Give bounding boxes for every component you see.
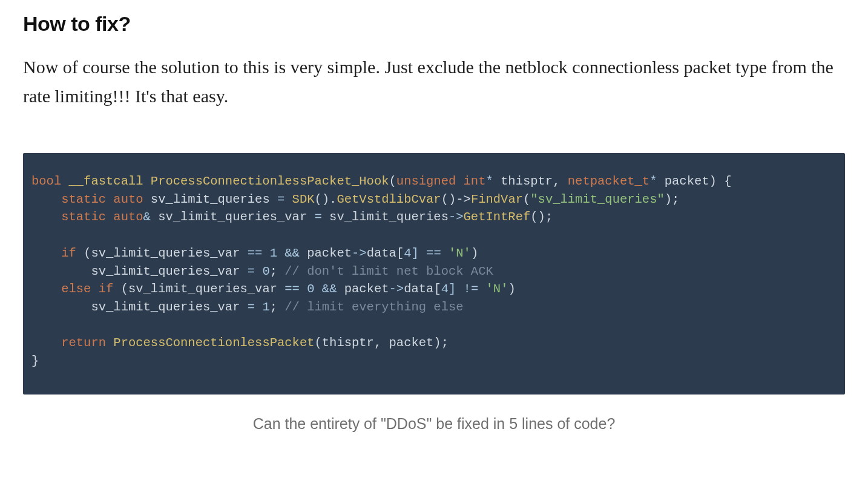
code-token: return [61, 336, 106, 350]
code-token: unsigned int [396, 174, 486, 188]
code-token: sv_limit_queries [329, 210, 449, 224]
code-token: && [315, 282, 344, 296]
code-token: ) [471, 246, 478, 260]
code-nl [31, 192, 61, 206]
code-token: ); [665, 192, 680, 206]
code-token: ; [270, 300, 285, 314]
code-token: [ [433, 282, 441, 296]
code-token: static auto [61, 210, 143, 224]
figure-caption: Can the entirety of "DDoS" be fixed in 5… [23, 415, 845, 433]
code-token: static auto [61, 192, 143, 206]
code-token: 4 [441, 282, 449, 296]
code-nl [31, 264, 91, 278]
code-token: 0 [262, 264, 269, 278]
code-token: GetVstdlibCvar [337, 192, 441, 206]
code-token: FindVar [471, 192, 523, 206]
code-token: if [61, 246, 76, 260]
code-token: ( [76, 246, 91, 260]
code-token: sv_limit_queries [151, 192, 270, 206]
code-nl [31, 246, 61, 260]
code-token: == [240, 246, 269, 260]
code-token: , [553, 174, 568, 188]
code-token: // limit everything else [284, 300, 463, 314]
code-token: packet [307, 246, 352, 260]
code-token: ( [389, 174, 396, 188]
code-token: // don't limit net block ACK [284, 264, 493, 278]
code-token: (). [315, 192, 337, 206]
code-token: else if [61, 282, 113, 296]
code-token: * [649, 174, 665, 188]
code-token: sv_limit_queries_var [128, 282, 277, 296]
code-token: 4 [404, 246, 411, 260]
code-token: thisptr [322, 336, 374, 350]
code-token: "sv_limit_queries" [530, 192, 664, 206]
code-token: 'N' [449, 246, 471, 260]
code-nl [31, 210, 61, 224]
code-token: thisptr [501, 174, 553, 188]
code-token: && [277, 246, 307, 260]
code-token: == [277, 282, 307, 296]
code-token: 1 [270, 246, 277, 260]
code-token: (); [530, 210, 553, 224]
code-token: 1 [262, 300, 269, 314]
code-token: SDK [292, 192, 315, 206]
code-token: netpacket_t [568, 174, 649, 188]
code-token: ] != [449, 282, 486, 296]
code-token: ( [113, 282, 128, 296]
code-token: sv_limit_queries_var [91, 264, 240, 278]
code-token: -> [449, 210, 464, 224]
code-token [106, 336, 113, 350]
code-block: bool __fastcall ProcessConnectionlessPac… [23, 153, 845, 395]
code-token: -> [352, 246, 367, 260]
code-token: = [270, 192, 292, 206]
code-token: -> [389, 282, 404, 296]
code-nl [31, 336, 61, 350]
code-nl [31, 300, 91, 314]
code-token: packet [344, 282, 389, 296]
code-nl [31, 282, 61, 296]
code-token: ProcessConnectionlessPacket_Hook [151, 174, 389, 188]
code-token: ProcessConnectionlessPacket [113, 336, 314, 350]
code-token: ) [508, 282, 515, 296]
code-token: 'N' [486, 282, 508, 296]
code-token: } [31, 354, 39, 368]
code-token: sv_limit_queries_var [91, 300, 240, 314]
code-token: ; [270, 264, 285, 278]
code-token: ( [315, 336, 322, 350]
code-token: ( [523, 192, 530, 206]
code-token [143, 192, 151, 206]
code-token: ); [433, 336, 449, 350]
code-token: = [240, 300, 262, 314]
code-token: packet [665, 174, 709, 188]
code-token: data [367, 246, 396, 260]
code-token: bool [31, 174, 61, 188]
code-token: sv_limit_queries_var [158, 210, 307, 224]
code-token: ) { [709, 174, 732, 188]
code-token: & [143, 210, 159, 224]
code-token: GetIntRef [464, 210, 531, 224]
code-token: = [307, 210, 329, 224]
code-token: [ [396, 246, 404, 260]
code-token: ] == [412, 246, 449, 260]
code-token: __fastcall [61, 174, 151, 188]
code-token: * [485, 174, 501, 188]
code-token: = [240, 264, 262, 278]
code-token: sv_limit_queries_var [91, 246, 240, 260]
code-token: ()-> [441, 192, 471, 206]
code-token: data [404, 282, 433, 296]
body-paragraph: Now of course the solution to this is ve… [23, 53, 845, 111]
code-token: , [374, 336, 389, 350]
code-token: 0 [307, 282, 314, 296]
section-heading: How to fix? [23, 12, 845, 36]
code-token: packet [389, 336, 434, 350]
